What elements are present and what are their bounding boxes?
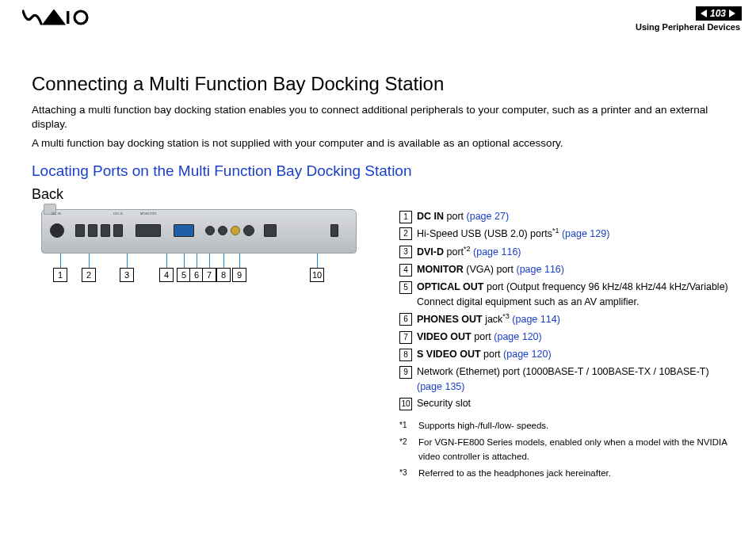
footnote-mark: *1 bbox=[399, 419, 410, 431]
legend-text: OPTICAL OUT port (Output frequency 96 kH… bbox=[417, 280, 728, 310]
callout-number: 1 bbox=[53, 268, 67, 282]
page-number-tab: 103 bbox=[696, 6, 742, 21]
docking-station-diagram: DC IN DVI-D MONITOR bbox=[35, 209, 361, 285]
page-link[interactable]: (page 129) bbox=[559, 229, 609, 240]
usb-port-icon bbox=[101, 224, 110, 237]
callout-number: 9 bbox=[232, 268, 246, 282]
legend-text: VIDEO OUT port (page 120) bbox=[417, 330, 728, 345]
page-link[interactable]: (page 120) bbox=[503, 349, 551, 360]
legend-text: MONITOR (VGA) port (page 116) bbox=[417, 262, 728, 277]
svg-point-1 bbox=[74, 11, 87, 24]
callout-line bbox=[60, 254, 61, 268]
callout-number: 10 bbox=[310, 268, 324, 282]
section-heading: Locating Ports on the Multi Function Bay… bbox=[32, 162, 728, 180]
legend-number-box: 2 bbox=[399, 227, 412, 240]
phones-out-icon bbox=[218, 226, 227, 235]
legend-item: 5OPTICAL OUT port (Output frequency 96 k… bbox=[399, 280, 728, 310]
callout-line bbox=[317, 254, 318, 268]
usb-port-icon bbox=[75, 224, 85, 237]
legend-number-box: 9 bbox=[399, 366, 412, 379]
callout-line bbox=[89, 254, 90, 268]
legend-item: 2Hi-Speed USB (USB 2.0) ports*1 (page 12… bbox=[399, 226, 728, 242]
intro-text-2: A multi function bay docking station is … bbox=[32, 136, 728, 151]
callout-number: 7 bbox=[202, 268, 216, 282]
legend-item: 4MONITOR (VGA) port (page 116) bbox=[399, 262, 728, 277]
legend-number-box: 4 bbox=[399, 264, 412, 277]
legend-number-box: 3 bbox=[399, 246, 412, 258]
intro-text-1: Attaching a multi function bay docking s… bbox=[32, 103, 728, 132]
svg-rect-0 bbox=[67, 11, 69, 24]
page-link[interactable]: (page 135) bbox=[417, 381, 464, 392]
callout-number: 8 bbox=[216, 268, 231, 282]
callout-line bbox=[166, 254, 167, 268]
callout-line bbox=[184, 254, 185, 268]
legend-item: 6PHONES OUT jack*3 (page 114) bbox=[399, 311, 728, 327]
legend-number-box: 8 bbox=[399, 349, 412, 361]
usb-port-icon bbox=[113, 224, 123, 237]
legend-number-box: 7 bbox=[399, 331, 412, 344]
dc-in-port-icon bbox=[50, 223, 64, 238]
legend-text: Network (Ethernet) port (1000BASE-T / 10… bbox=[417, 364, 728, 395]
usb-port-icon bbox=[88, 224, 97, 237]
legend-item: 7VIDEO OUT port (page 120) bbox=[399, 330, 728, 345]
sub-heading: Back bbox=[32, 186, 728, 203]
legend-number-box: 6 bbox=[399, 313, 412, 326]
legend-item: 10Security slot bbox=[399, 396, 728, 411]
prev-page-arrow-icon[interactable] bbox=[701, 10, 707, 17]
callout-line bbox=[239, 254, 240, 268]
page-link[interactable]: (page 114) bbox=[510, 315, 560, 326]
vga-port-icon bbox=[174, 224, 194, 237]
callout-line bbox=[223, 254, 224, 268]
footnote-mark: *3 bbox=[399, 467, 410, 479]
footnote-text: For VGN-FE800 Series models, enabled onl… bbox=[418, 436, 728, 463]
legend-number-box: 1 bbox=[399, 211, 412, 223]
ethernet-port-icon bbox=[264, 224, 277, 237]
next-page-arrow-icon[interactable] bbox=[729, 10, 735, 17]
page-link[interactable]: (page 120) bbox=[494, 331, 541, 342]
legend-item: 3DVI-D port*2 (page 116) bbox=[399, 244, 728, 260]
legend-item: 8S VIDEO OUT port (page 120) bbox=[399, 347, 728, 362]
s-video-out-icon bbox=[243, 225, 254, 236]
callout-number: 2 bbox=[82, 268, 96, 282]
optical-out-icon bbox=[205, 226, 215, 235]
callout-line bbox=[197, 254, 197, 268]
legend-text: PHONES OUT jack*3 (page 114) bbox=[417, 311, 728, 327]
vaio-logo-icon bbox=[22, 10, 92, 28]
footnote-text: Referred to as the headphones jack herei… bbox=[418, 467, 611, 480]
footnote: *2For VGN-FE800 Series models, enabled o… bbox=[399, 436, 728, 463]
callout-line bbox=[127, 254, 128, 268]
legend-text: S VIDEO OUT port (page 120) bbox=[417, 347, 728, 362]
callout-number: 4 bbox=[159, 268, 174, 282]
footnote-text: Supports high-/full-/low- speeds. bbox=[418, 419, 548, 433]
page-link[interactable]: (page 116) bbox=[516, 264, 563, 275]
legend-number-box: 5 bbox=[399, 281, 412, 294]
callout-line bbox=[209, 254, 210, 268]
legend-text: DC IN port (page 27) bbox=[417, 209, 728, 224]
page-link[interactable]: (page 27) bbox=[467, 211, 510, 222]
footnote: *3Referred to as the headphones jack her… bbox=[399, 467, 728, 480]
callout-number: 3 bbox=[120, 268, 134, 282]
legend-number-box: 10 bbox=[399, 398, 412, 410]
legend-item: 1DC IN port (page 27) bbox=[399, 209, 728, 224]
dvi-port-icon bbox=[136, 224, 161, 237]
footnote: *1Supports high-/full-/low- speeds. bbox=[399, 419, 728, 433]
video-out-icon bbox=[231, 226, 240, 235]
legend-item: 9Network (Ethernet) port (1000BASE-T / 1… bbox=[399, 364, 728, 395]
page-title: Connecting a Multi Function Bay Docking … bbox=[32, 73, 728, 95]
legend-text: DVI-D port*2 (page 116) bbox=[417, 244, 728, 260]
breadcrumb: Using Peripheral Devices bbox=[636, 22, 740, 32]
legend-text: Security slot bbox=[417, 396, 728, 411]
page-number: 103 bbox=[710, 8, 726, 19]
footnote-mark: *2 bbox=[399, 436, 410, 448]
security-slot-icon bbox=[330, 224, 338, 237]
page-link[interactable]: (page 116) bbox=[471, 246, 521, 257]
legend-text: Hi-Speed USB (USB 2.0) ports*1 (page 129… bbox=[417, 226, 728, 242]
